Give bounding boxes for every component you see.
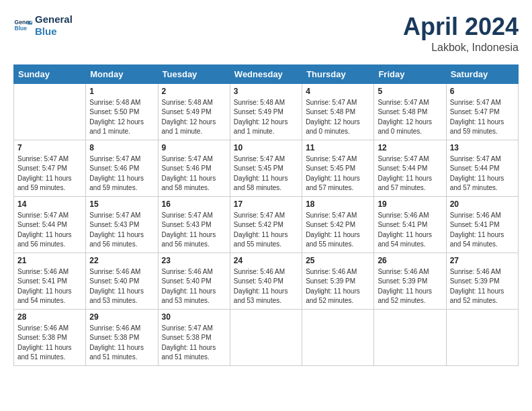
day-number: 17 xyxy=(234,199,298,209)
day-cell: 5Sunrise: 5:47 AM Sunset: 5:48 PM Daylig… xyxy=(374,83,446,140)
day-info: Sunrise: 5:47 AM Sunset: 5:48 PM Dayligh… xyxy=(306,98,370,137)
day-info: Sunrise: 5:47 AM Sunset: 5:47 PM Dayligh… xyxy=(450,98,515,137)
day-number: 14 xyxy=(17,199,82,209)
day-cell: 12Sunrise: 5:47 AM Sunset: 5:44 PM Dayli… xyxy=(374,140,446,196)
day-info: Sunrise: 5:47 AM Sunset: 5:44 PM Dayligh… xyxy=(17,211,82,250)
day-cell: 22Sunrise: 5:46 AM Sunset: 5:40 PM Dayli… xyxy=(86,253,158,309)
day-cell: 9Sunrise: 5:47 AM Sunset: 5:46 PM Daylig… xyxy=(158,140,230,196)
day-number: 16 xyxy=(162,199,226,209)
day-cell: 29Sunrise: 5:46 AM Sunset: 5:38 PM Dayli… xyxy=(86,309,158,365)
day-cell: 10Sunrise: 5:47 AM Sunset: 5:45 PM Dayli… xyxy=(230,140,302,196)
day-cell: 20Sunrise: 5:46 AM Sunset: 5:41 PM Dayli… xyxy=(446,196,518,253)
day-number: 15 xyxy=(89,199,154,209)
calendar-title: April 2024 xyxy=(403,13,519,40)
calendar-table: SundayMondayTuesdayWednesdayThursdayFrid… xyxy=(13,64,519,366)
day-number: 18 xyxy=(306,199,370,209)
day-info: Sunrise: 5:46 AM Sunset: 5:38 PM Dayligh… xyxy=(89,324,154,363)
day-cell xyxy=(14,83,86,140)
col-header-wednesday: Wednesday xyxy=(230,64,302,83)
day-info: Sunrise: 5:47 AM Sunset: 5:46 PM Dayligh… xyxy=(89,154,154,193)
day-info: Sunrise: 5:47 AM Sunset: 5:43 PM Dayligh… xyxy=(162,211,226,250)
day-number: 10 xyxy=(234,143,298,152)
day-info: Sunrise: 5:47 AM Sunset: 5:43 PM Dayligh… xyxy=(89,211,154,250)
header: General Blue General Blue April 2024 Lak… xyxy=(13,13,519,54)
col-header-thursday: Thursday xyxy=(302,64,374,83)
day-number: 11 xyxy=(306,143,370,152)
day-number: 20 xyxy=(450,199,515,209)
day-info: Sunrise: 5:48 AM Sunset: 5:50 PM Dayligh… xyxy=(89,98,154,137)
day-number: 12 xyxy=(378,143,442,152)
day-info: Sunrise: 5:47 AM Sunset: 5:46 PM Dayligh… xyxy=(162,154,226,193)
day-number: 30 xyxy=(162,312,226,322)
day-cell: 13Sunrise: 5:47 AM Sunset: 5:44 PM Dayli… xyxy=(446,140,518,196)
day-cell: 27Sunrise: 5:46 AM Sunset: 5:39 PM Dayli… xyxy=(446,253,518,309)
day-cell: 19Sunrise: 5:46 AM Sunset: 5:41 PM Dayli… xyxy=(374,196,446,253)
logo-general: General xyxy=(35,13,73,26)
logo: General Blue General Blue xyxy=(13,13,73,38)
week-row-4: 21Sunrise: 5:46 AM Sunset: 5:41 PM Dayli… xyxy=(14,253,519,309)
day-cell: 8Sunrise: 5:47 AM Sunset: 5:46 PM Daylig… xyxy=(86,140,158,196)
day-number: 22 xyxy=(89,256,154,265)
day-cell: 16Sunrise: 5:47 AM Sunset: 5:43 PM Dayli… xyxy=(158,196,230,253)
day-number: 5 xyxy=(378,87,442,96)
day-number: 24 xyxy=(234,256,298,265)
day-cell: 3Sunrise: 5:48 AM Sunset: 5:49 PM Daylig… xyxy=(230,83,302,140)
day-info: Sunrise: 5:47 AM Sunset: 5:47 PM Dayligh… xyxy=(17,154,82,193)
week-row-1: 1Sunrise: 5:48 AM Sunset: 5:50 PM Daylig… xyxy=(14,83,519,140)
day-info: Sunrise: 5:46 AM Sunset: 5:40 PM Dayligh… xyxy=(234,267,298,306)
day-cell: 1Sunrise: 5:48 AM Sunset: 5:50 PM Daylig… xyxy=(86,83,158,140)
day-number: 27 xyxy=(450,256,515,265)
col-header-monday: Monday xyxy=(86,64,158,83)
day-info: Sunrise: 5:46 AM Sunset: 5:39 PM Dayligh… xyxy=(306,267,370,306)
day-number: 8 xyxy=(89,143,154,152)
day-info: Sunrise: 5:47 AM Sunset: 5:38 PM Dayligh… xyxy=(162,324,226,363)
day-info: Sunrise: 5:47 AM Sunset: 5:45 PM Dayligh… xyxy=(306,154,370,193)
header-row: SundayMondayTuesdayWednesdayThursdayFrid… xyxy=(14,64,519,83)
day-cell: 4Sunrise: 5:47 AM Sunset: 5:48 PM Daylig… xyxy=(302,83,374,140)
day-info: Sunrise: 5:46 AM Sunset: 5:38 PM Dayligh… xyxy=(17,324,82,363)
day-cell: 7Sunrise: 5:47 AM Sunset: 5:47 PM Daylig… xyxy=(14,140,86,196)
day-cell: 11Sunrise: 5:47 AM Sunset: 5:45 PM Dayli… xyxy=(302,140,374,196)
day-cell: 28Sunrise: 5:46 AM Sunset: 5:38 PM Dayli… xyxy=(14,309,86,365)
day-cell xyxy=(374,309,446,365)
day-number: 3 xyxy=(234,87,298,96)
day-number: 28 xyxy=(17,312,82,322)
day-info: Sunrise: 5:48 AM Sunset: 5:49 PM Dayligh… xyxy=(162,98,226,137)
day-info: Sunrise: 5:47 AM Sunset: 5:42 PM Dayligh… xyxy=(306,211,370,250)
day-number: 13 xyxy=(450,143,515,152)
day-number: 21 xyxy=(17,256,82,265)
day-info: Sunrise: 5:47 AM Sunset: 5:44 PM Dayligh… xyxy=(378,154,442,193)
day-number: 25 xyxy=(306,256,370,265)
day-number: 2 xyxy=(162,87,226,96)
day-info: Sunrise: 5:46 AM Sunset: 5:40 PM Dayligh… xyxy=(162,267,226,306)
day-cell xyxy=(230,309,302,365)
day-cell: 25Sunrise: 5:46 AM Sunset: 5:39 PM Dayli… xyxy=(302,253,374,309)
day-info: Sunrise: 5:47 AM Sunset: 5:45 PM Dayligh… xyxy=(234,154,298,193)
week-row-3: 14Sunrise: 5:47 AM Sunset: 5:44 PM Dayli… xyxy=(14,196,519,253)
calendar-subtitle: Lakbok, Indonesia xyxy=(403,42,519,54)
day-cell: 24Sunrise: 5:46 AM Sunset: 5:40 PM Dayli… xyxy=(230,253,302,309)
day-cell: 21Sunrise: 5:46 AM Sunset: 5:41 PM Dayli… xyxy=(14,253,86,309)
day-info: Sunrise: 5:48 AM Sunset: 5:49 PM Dayligh… xyxy=(234,98,298,137)
day-cell: 6Sunrise: 5:47 AM Sunset: 5:47 PM Daylig… xyxy=(446,83,518,140)
day-number: 4 xyxy=(306,87,370,96)
day-cell: 15Sunrise: 5:47 AM Sunset: 5:43 PM Dayli… xyxy=(86,196,158,253)
day-info: Sunrise: 5:46 AM Sunset: 5:41 PM Dayligh… xyxy=(378,211,442,250)
logo-icon: General Blue xyxy=(13,16,32,35)
day-number: 7 xyxy=(17,143,82,152)
day-number: 26 xyxy=(378,256,442,265)
day-info: Sunrise: 5:47 AM Sunset: 5:42 PM Dayligh… xyxy=(234,211,298,250)
day-number: 19 xyxy=(378,199,442,209)
day-number: 6 xyxy=(450,87,515,96)
day-cell: 23Sunrise: 5:46 AM Sunset: 5:40 PM Dayli… xyxy=(158,253,230,309)
day-info: Sunrise: 5:47 AM Sunset: 5:44 PM Dayligh… xyxy=(450,154,515,193)
day-number: 23 xyxy=(162,256,226,265)
day-cell: 14Sunrise: 5:47 AM Sunset: 5:44 PM Dayli… xyxy=(14,196,86,253)
col-header-saturday: Saturday xyxy=(446,64,518,83)
day-cell xyxy=(446,309,518,365)
svg-text:Blue: Blue xyxy=(15,25,28,32)
col-header-tuesday: Tuesday xyxy=(158,64,230,83)
day-info: Sunrise: 5:46 AM Sunset: 5:39 PM Dayligh… xyxy=(450,267,515,306)
day-number: 1 xyxy=(89,87,154,96)
day-cell: 18Sunrise: 5:47 AM Sunset: 5:42 PM Dayli… xyxy=(302,196,374,253)
